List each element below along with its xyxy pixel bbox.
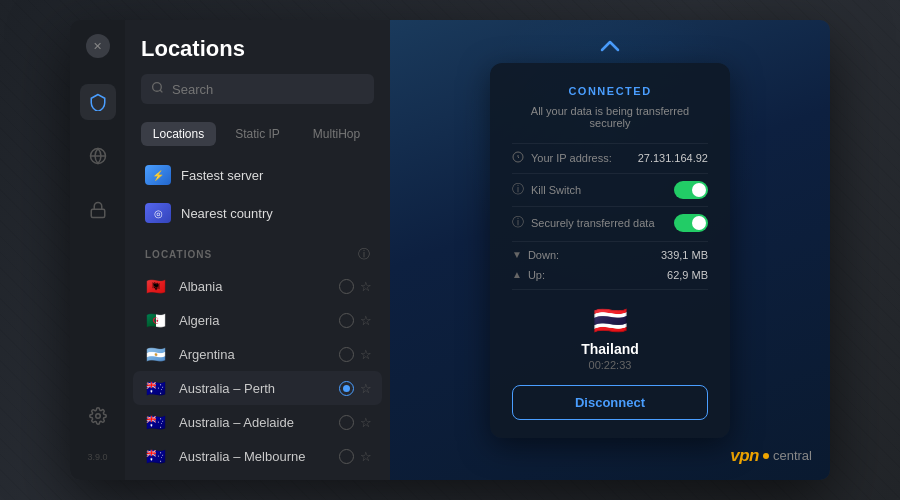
left-panel: Locations Locations Static IP MultiHop ⚡… — [125, 20, 390, 480]
flag-algeria: 🇩🇿 — [143, 311, 169, 329]
svg-point-4 — [153, 83, 162, 92]
app-container: ✕ 3.9.0 — [70, 20, 830, 480]
up-label-container: ▲ Up: — [512, 269, 545, 281]
svg-line-5 — [160, 90, 162, 92]
radio-australia-melbourne[interactable] — [339, 449, 354, 464]
location-actions-australia-perth: ☆ — [339, 381, 372, 396]
star-australia-adelaide[interactable]: ☆ — [360, 415, 372, 430]
ip-label: Your IP address: — [531, 152, 612, 164]
disconnect-button[interactable]: Disconnect — [512, 385, 708, 420]
version-label: 3.9.0 — [87, 452, 107, 466]
location-name-australia-adelaide: Australia – Adelaide — [179, 415, 329, 430]
location-name-australia-melbourne: Australia – Melbourne — [179, 449, 329, 464]
nearest-label: Nearest country — [181, 206, 273, 221]
kill-switch-label: Kill Switch — [531, 184, 581, 196]
svg-point-3 — [95, 414, 100, 419]
down-value: 339,1 MB — [661, 249, 708, 261]
star-albania[interactable]: ☆ — [360, 279, 372, 294]
sidebar-icon-shield[interactable] — [80, 84, 116, 120]
sidebar-icon-globe[interactable] — [80, 138, 116, 174]
fastest-label: Fastest server — [181, 168, 263, 183]
svg-rect-2 — [91, 209, 105, 217]
secure-data-toggle[interactable] — [674, 214, 708, 232]
tab-multihop[interactable]: MultiHop — [299, 122, 374, 146]
location-argentina[interactable]: 🇦🇷 Argentina ☆ — [133, 337, 382, 371]
flag-australia-adelaide: 🇦🇺 — [143, 413, 169, 431]
panel-title: Locations — [141, 36, 374, 62]
down-label-container: ▼ Down: — [512, 249, 559, 261]
search-input[interactable] — [172, 82, 364, 97]
location-actions-australia-adelaide: ☆ — [339, 415, 372, 430]
ip-row-left: Your IP address: — [512, 151, 612, 166]
kill-switch-left: ⓘ Kill Switch — [512, 181, 581, 198]
country-name: Thailand — [512, 341, 708, 357]
chevron-up-icon[interactable] — [600, 36, 620, 57]
down-row: ▼ Down: 339,1 MB — [512, 241, 708, 265]
flag-australia-melbourne: 🇦🇺 — [143, 447, 169, 465]
watermark: vpn central — [730, 445, 812, 466]
watermark-central: central — [773, 448, 812, 463]
location-name-australia-perth: Australia – Perth — [179, 381, 329, 396]
fastest-icon: ⚡ — [145, 165, 171, 185]
sidebar-icon-settings[interactable] — [80, 398, 116, 434]
tab-static-ip[interactable]: Static IP — [220, 122, 295, 146]
radio-australia-adelaide[interactable] — [339, 415, 354, 430]
up-label: Up: — [528, 269, 545, 281]
connected-badge: CONNECTED — [512, 81, 708, 99]
section-header: LOCATIONS ⓘ — [125, 238, 390, 269]
up-value: 62,9 MB — [667, 269, 708, 281]
locations-list: 🇦🇱 Albania ☆ 🇩🇿 Algeria ☆ 🇦🇷 Argentina — [125, 269, 390, 480]
tab-bar: Locations Static IP MultiHop — [125, 114, 390, 156]
connected-card: CONNECTED All your data is being transfe… — [490, 63, 730, 438]
location-name-argentina: Argentina — [179, 347, 329, 362]
location-actions-australia-melbourne: ☆ — [339, 449, 372, 464]
sidebar: ✕ 3.9.0 — [70, 20, 125, 480]
quick-items: ⚡ Fastest server ◎ Nearest country — [125, 156, 390, 238]
country-time: 00:22:33 — [512, 359, 708, 371]
location-australia-adelaide[interactable]: 🇦🇺 Australia – Adelaide ☆ — [133, 405, 382, 439]
nearest-icon: ◎ — [145, 203, 171, 223]
star-algeria[interactable]: ☆ — [360, 313, 372, 328]
location-albania[interactable]: 🇦🇱 Albania ☆ — [133, 269, 382, 303]
location-actions-albania: ☆ — [339, 279, 372, 294]
star-australia-melbourne[interactable]: ☆ — [360, 449, 372, 464]
location-algeria[interactable]: 🇩🇿 Algeria ☆ — [133, 303, 382, 337]
flag-albania: 🇦🇱 — [143, 277, 169, 295]
secure-data-left: ⓘ Securely transferred data — [512, 214, 655, 231]
info-icon[interactable]: ⓘ — [358, 246, 370, 263]
sidebar-icon-lock[interactable] — [80, 192, 116, 228]
kill-switch-toggle[interactable] — [674, 181, 708, 199]
right-panel: CONNECTED All your data is being transfe… — [390, 20, 830, 480]
secure-data-label: Securely transferred data — [531, 217, 655, 229]
radio-albania[interactable] — [339, 279, 354, 294]
watermark-dot — [763, 453, 769, 459]
location-australia-perth[interactable]: 🇦🇺 Australia – Perth ☆ — [133, 371, 382, 405]
flag-australia-perth: 🇦🇺 — [143, 379, 169, 397]
location-name-algeria: Algeria — [179, 313, 329, 328]
radio-argentina[interactable] — [339, 347, 354, 362]
connected-subtitle: All your data is being transferred secur… — [512, 105, 708, 129]
radio-australia-perth[interactable] — [339, 381, 354, 396]
nearest-country-item[interactable]: ◎ Nearest country — [135, 194, 380, 232]
section-title: LOCATIONS — [145, 249, 212, 260]
tab-locations[interactable]: Locations — [141, 122, 216, 146]
location-actions-algeria: ☆ — [339, 313, 372, 328]
close-button[interactable]: ✕ — [86, 34, 110, 58]
watermark-vpn: vpn — [730, 445, 759, 466]
location-australia-brisbane[interactable]: 🇦🇺 Australia – Brisbane ☆ — [133, 473, 382, 480]
down-label: Down: — [528, 249, 559, 261]
up-row: ▲ Up: 62,9 MB — [512, 265, 708, 285]
star-argentina[interactable]: ☆ — [360, 347, 372, 362]
ip-icon — [512, 151, 524, 166]
fastest-server-item[interactable]: ⚡ Fastest server — [135, 156, 380, 194]
country-display: 🇹🇭 Thailand 00:22:33 — [512, 289, 708, 383]
down-arrow-icon: ▼ — [512, 249, 522, 260]
radio-algeria[interactable] — [339, 313, 354, 328]
search-icon — [151, 81, 164, 97]
location-actions-argentina: ☆ — [339, 347, 372, 362]
search-box[interactable] — [141, 74, 374, 104]
star-australia-perth[interactable]: ☆ — [360, 381, 372, 396]
location-australia-melbourne[interactable]: 🇦🇺 Australia – Melbourne ☆ — [133, 439, 382, 473]
up-arrow-icon: ▲ — [512, 269, 522, 280]
secure-data-row: ⓘ Securely transferred data — [512, 206, 708, 239]
